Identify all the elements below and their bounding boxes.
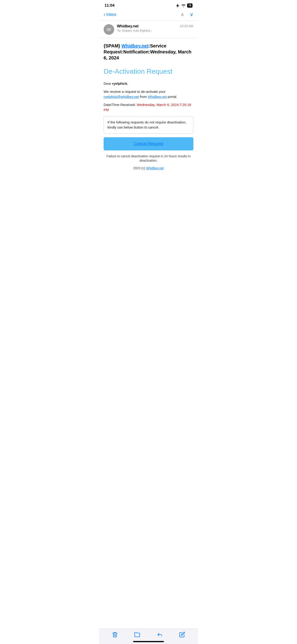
greeting-text: Dear (104, 82, 112, 86)
dashed-notice-box: If the following requests do not require… (104, 116, 194, 134)
body-line1: We receive a request to de-activate your (104, 90, 166, 94)
status-time: 11:04 (104, 3, 114, 8)
back-chevron-icon: ‹ (104, 12, 105, 18)
portal-link[interactable]: Whidbey.net (148, 95, 167, 98)
prev-message-button[interactable]: ∧ (180, 12, 184, 18)
to-label: To: (117, 29, 122, 32)
next-message-button[interactable]: ∨ (190, 12, 194, 18)
battery-indicator: 79 (187, 4, 192, 8)
copyright-link[interactable]: Whidbey.net (146, 166, 164, 170)
sender-info: Whidbey.net To: Robert Yule Elphick › (117, 24, 177, 32)
send-time: 10:20 AM (180, 24, 194, 28)
airplane-icon (176, 4, 180, 8)
recipient-name: Robert Yule Elphick (122, 29, 150, 32)
datetime-label: Date/Time Received: (104, 103, 137, 107)
cancel-request-button[interactable]: Cancel Request (104, 137, 194, 150)
deactivation-title: De-Activation Request (104, 67, 194, 76)
body-line2: from (139, 95, 148, 98)
status-bar: 11:04 79 (99, 0, 198, 10)
footer-warning: Failure to cancel deactivation request i… (104, 154, 194, 163)
greeting-name: ryelphick (112, 82, 127, 86)
sender-section: W Whidbey.net To: Robert Yule Elphick › … (99, 20, 198, 38)
email-body: Dear ryelphick, We receive a request to … (104, 81, 194, 171)
status-icons: 79 (176, 4, 192, 8)
dashed-notice-text: If the following requests do not require… (108, 120, 186, 130)
email-address-link[interactable]: ryelphick@whidbey.net (104, 95, 139, 98)
back-button[interactable]: ‹ Inbox (104, 12, 116, 18)
email-content: {SPAM} Whidbey.net:Service Request:Notif… (99, 38, 198, 178)
recipient-chevron-icon: › (151, 29, 152, 32)
nav-bar: ‹ Inbox ∧ ∨ (99, 10, 198, 20)
back-label: Inbox (106, 12, 116, 17)
wifi-icon (181, 4, 186, 7)
footer-copyright: 2023 (c) Whidbey.net (104, 166, 194, 171)
sender-avatar: W (104, 24, 114, 35)
greeting-line: Dear ryelphick, (104, 81, 194, 86)
body-portal-end: portal. (167, 95, 177, 98)
copyright-prefix: 2023 (c) (133, 166, 146, 170)
datetime-line: Date/Time Received: Wednesday, March 6, … (104, 102, 194, 113)
greeting-end: , (127, 82, 128, 86)
sender-name: Whidbey.net (117, 24, 177, 28)
sender-to[interactable]: To: Robert Yule Elphick › (117, 29, 177, 32)
body-deactivate-line: We receive a request to de-activate your… (104, 89, 194, 100)
subject-link[interactable]: Whidbey.net (121, 43, 148, 48)
nav-arrows: ∧ ∨ (180, 12, 194, 18)
email-subject: {SPAM} Whidbey.net:Service Request:Notif… (104, 43, 194, 61)
subject-spam: {SPAM} (104, 43, 121, 48)
